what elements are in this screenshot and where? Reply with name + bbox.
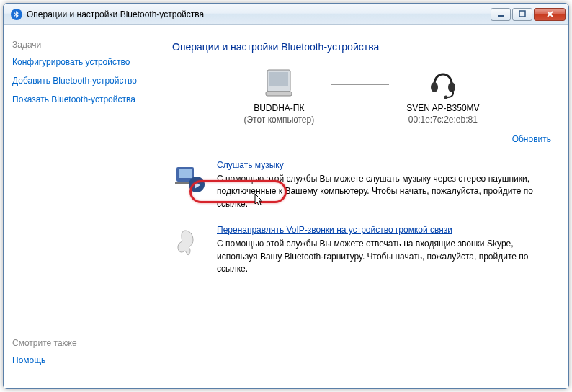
svg-rect-2 xyxy=(519,11,525,17)
service-voip: Перенаправлять VoIP-звонки на устройство… xyxy=(172,225,551,275)
service-voip-desc: С помощью этой службы Вы можете отвечать… xyxy=(217,238,551,275)
music-service-icon xyxy=(172,160,207,195)
service-voip-link[interactable]: Перенаправлять VoIP-звонки на устройство… xyxy=(217,225,452,235)
titlebar[interactable]: Операции и настройки Bluetooth-устройств… xyxy=(4,4,568,25)
svg-point-6 xyxy=(431,82,438,92)
sidebar-item-configure[interactable]: Конфигурировать устройство xyxy=(12,57,146,67)
sidebar-see-also: Смотрите также xyxy=(12,338,146,348)
computer-icon xyxy=(262,66,296,100)
svg-rect-1 xyxy=(498,15,504,17)
device-local: BUDDHA-ПК (Этот компьютер) xyxy=(243,66,314,125)
maximize-button[interactable] xyxy=(512,8,532,21)
svg-rect-4 xyxy=(269,72,288,86)
service-body: Слушать музыку С помощью этой службы Вы … xyxy=(217,160,551,210)
service-music: Слушать музыку С помощью этой службы Вы … xyxy=(172,160,551,210)
device-row: BUDDHA-ПК (Этот компьютер) SVEN AP-B350M… xyxy=(172,66,551,125)
headset-icon xyxy=(426,66,460,100)
minimize-button[interactable] xyxy=(491,8,511,21)
window-title: Операции и настройки Bluetooth-устройств… xyxy=(27,9,491,19)
window: Операции и настройки Bluetooth-устройств… xyxy=(3,3,569,389)
sidebar-heading: Задачи xyxy=(12,40,146,50)
refresh-link[interactable]: Обновить xyxy=(506,134,551,144)
voip-service-icon xyxy=(172,225,207,259)
device-local-name: BUDDHA-ПК xyxy=(254,103,304,113)
device-local-sub: (Этот компьютер) xyxy=(243,115,314,125)
sidebar: Задачи Конфигурировать устройство Добави… xyxy=(4,25,155,388)
sidebar-item-show[interactable]: Показать Bluetooth-устройства xyxy=(12,94,146,104)
sidebar-item-add[interactable]: Добавить Bluetooth-устройство xyxy=(12,76,146,86)
divider-row: Обновить xyxy=(172,138,551,151)
service-music-link[interactable]: Слушать музыку xyxy=(217,160,284,170)
page-title: Операции и настройки Bluetooth-устройств… xyxy=(172,41,551,53)
svg-rect-5 xyxy=(266,92,292,96)
device-remote-name: SVEN AP-B350MV xyxy=(406,103,479,113)
svg-rect-10 xyxy=(179,169,192,178)
sidebar-item-help[interactable]: Помощь xyxy=(12,355,146,365)
window-controls xyxy=(491,8,566,21)
svg-point-8 xyxy=(444,96,447,99)
main: Операции и настройки Bluetooth-устройств… xyxy=(155,25,568,388)
service-body: Перенаправлять VoIP-звонки на устройство… xyxy=(217,225,551,275)
bluetooth-icon xyxy=(11,9,22,20)
service-music-desc: С помощью этой службы Вы можете слушать … xyxy=(217,173,551,210)
device-remote-sub: 00:1e:7c:2e:eb:81 xyxy=(408,115,478,125)
close-button[interactable] xyxy=(534,8,566,21)
device-remote: SVEN AP-B350MV 00:1e:7c:2e:eb:81 xyxy=(406,66,479,125)
content: Задачи Конфигурировать устройство Добави… xyxy=(4,25,568,388)
connection-line-icon xyxy=(331,84,389,85)
